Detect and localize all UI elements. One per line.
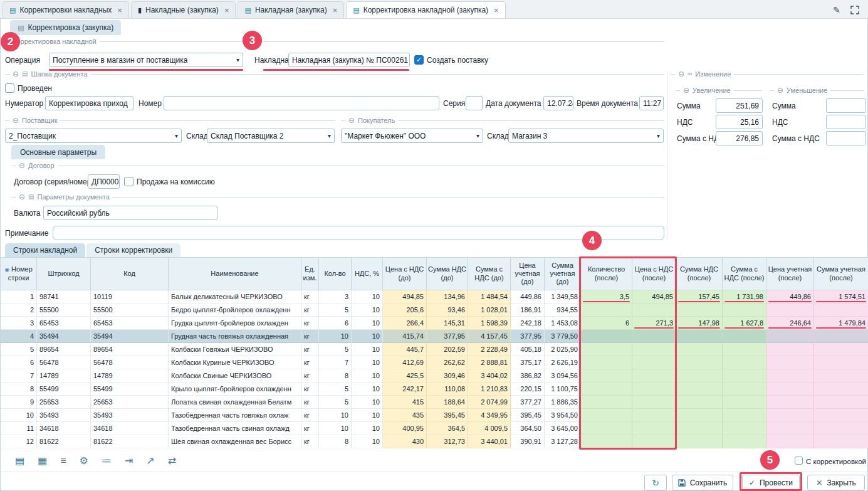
table-cell[interactable]: 400,95 (383, 422, 427, 435)
table-cell[interactable] (814, 409, 868, 422)
table-cell[interactable]: Лопатка свиная охлажденная Белатм (169, 396, 301, 409)
table-cell[interactable] (676, 369, 723, 383)
table-cell[interactable]: 14789 (37, 369, 91, 383)
window-tab[interactable]: ▮Накладные (закупка)× (131, 1, 236, 18)
table-cell[interactable]: 98741 (37, 290, 91, 304)
table-cell[interactable] (814, 369, 868, 383)
table-cell[interactable]: кг (301, 356, 319, 369)
table-cell[interactable] (723, 396, 766, 409)
table-cell[interactable]: Грудная часть говяжья охлажденная (169, 330, 301, 343)
table-row[interactable]: 65647856478Колбаски Куриные ЧЕРКИЗОВОкг7… (1, 356, 868, 369)
table-cell[interactable]: 377,27 (511, 396, 545, 409)
collapse-icon[interactable]: ⊖ (683, 87, 689, 94)
table-cell[interactable]: кг (301, 383, 319, 396)
table-cell[interactable]: Балык деликатесный ЧЕРКИЗОВО (169, 290, 301, 304)
table-cell[interactable]: 415 (383, 396, 427, 409)
table-cell[interactable]: 1 627,8 (723, 317, 766, 330)
column-header[interactable]: Кол-во (319, 258, 352, 290)
table-cell[interactable]: 34618 (91, 422, 169, 435)
window-tab[interactable]: ▤Накладная (закупка)× (238, 1, 344, 18)
table-cell[interactable]: 1 349,58 (545, 290, 581, 304)
table-cell[interactable]: 10 (352, 409, 383, 422)
table-cell[interactable]: 55499 (37, 383, 91, 396)
table-cell[interactable]: 3 (319, 290, 352, 304)
table-cell[interactable]: 1 731,98 (723, 290, 766, 304)
table-cell[interactable]: 377,95 (427, 330, 468, 343)
table-cell[interactable]: 10 (352, 330, 383, 343)
filter-icon[interactable]: ≡ (60, 456, 66, 466)
table-cell[interactable]: 188,64 (427, 396, 468, 409)
table-cell[interactable] (814, 356, 868, 369)
row-view-icon[interactable]: ▤ (15, 456, 24, 466)
table-cell[interactable] (766, 343, 814, 356)
table-cell[interactable]: 65453 (91, 317, 169, 330)
table-cell[interactable]: 3 404,02 (468, 369, 511, 383)
table-cell[interactable]: 395,45 (427, 409, 468, 422)
table-cell[interactable]: 262,62 (427, 356, 468, 369)
column-header[interactable]: Сумма учетная (после) (814, 258, 868, 290)
table-row[interactable]: 128162281622Шея свиная охлажденная вес Б… (1, 435, 868, 448)
table-cell[interactable]: 10 (319, 409, 352, 422)
table-cell[interactable]: 10 (352, 396, 383, 409)
collapse-icon[interactable]: ⊖ (348, 117, 355, 124)
table-cell[interactable]: 2 228,49 (468, 343, 511, 356)
table-cell[interactable] (723, 356, 766, 369)
table-cell[interactable]: Тазобедренная часть свиная охлажд (169, 422, 301, 435)
table-cell[interactable]: Колбаски Куриные ЧЕРКИЗОВО (169, 356, 301, 369)
table-cell[interactable]: 10 (352, 290, 383, 304)
tab-close-icon[interactable]: × (117, 6, 122, 14)
edit-icon[interactable]: ✎ (833, 5, 840, 15)
table-row[interactable]: 36545365453Грудка цыплят-бройлеров охлаж… (1, 317, 868, 330)
table-cell[interactable]: 11 (1, 422, 37, 435)
table-cell[interactable] (766, 396, 814, 409)
table-cell[interactable]: 81622 (37, 435, 91, 448)
table-cell[interactable]: 5 (319, 396, 352, 409)
table-cell[interactable]: 445,7 (383, 343, 427, 356)
table-cell[interactable]: Колбаски Говяжьи ЧЕРКИЗОВО (169, 343, 301, 356)
table-cell[interactable]: 1 453,08 (545, 317, 581, 330)
table-cell[interactable] (676, 435, 723, 448)
collapse-icon[interactable]: ⊖ (13, 70, 19, 78)
table-cell[interactable]: 3 779,50 (545, 330, 581, 343)
table-cell[interactable]: 9 (1, 396, 37, 409)
table-cell[interactable]: 202,59 (427, 343, 468, 356)
column-header[interactable]: Ед. изм. (301, 258, 319, 290)
window-tab[interactable]: ▤Корректировка накладной (закупка)× (346, 1, 505, 18)
table-cell[interactable]: 1 210,83 (468, 383, 511, 396)
collapse-icon[interactable]: ⊖ (19, 193, 25, 201)
table-cell[interactable]: 3 094,56 (545, 369, 581, 383)
table-cell[interactable]: 435 (383, 409, 427, 422)
table-cell[interactable]: 55500 (91, 304, 169, 317)
column-header[interactable]: Сумма НДС (до) (427, 258, 468, 290)
operation-select[interactable]: Поступление в магазин от поставщика ▾ (49, 53, 243, 67)
table-cell[interactable]: 5 (319, 343, 352, 356)
table-cell[interactable]: 89654 (37, 343, 91, 356)
table-cell[interactable] (676, 304, 723, 317)
table-cell[interactable]: кг (301, 330, 319, 343)
table-cell[interactable]: 56478 (37, 356, 91, 369)
table-cell[interactable]: 55499 (91, 383, 169, 396)
table-cell[interactable]: 494,85 (383, 290, 427, 304)
table-cell[interactable]: 1 574,51 (814, 290, 868, 304)
table-cell[interactable] (723, 304, 766, 317)
table-cell[interactable]: 364,5 (427, 422, 468, 435)
table-cell[interactable]: Бедро цыплят-бройлеров охлажденн (169, 304, 301, 317)
table-cell[interactable]: 56478 (91, 356, 169, 369)
table-cell[interactable]: 425,5 (383, 369, 427, 383)
column-header[interactable]: Цена с НДС (до) (383, 258, 427, 290)
table-cell[interactable]: 395,45 (511, 409, 545, 422)
buyer-select[interactable]: "Маркет Фьюжен" ООО ▾ (341, 129, 483, 143)
buyer-warehouse-select[interactable]: Магазин 3 ▾ (508, 129, 664, 143)
table-cell[interactable] (814, 343, 868, 356)
decrease-vat-field[interactable] (826, 115, 866, 129)
table-cell[interactable]: 205,6 (383, 304, 427, 317)
table-cell[interactable] (723, 330, 766, 343)
table-cell[interactable] (676, 383, 723, 396)
table-cell[interactable]: 2 (1, 304, 37, 317)
table-cell[interactable]: 5 (1, 343, 37, 356)
create-delivery-checkbox[interactable]: ✓ (414, 55, 424, 65)
table-cell[interactable]: 4 (1, 330, 37, 343)
table-cell[interactable]: 312,73 (427, 435, 468, 448)
collapse-icon[interactable]: ⊖ (777, 87, 783, 94)
increase-vat-field[interactable]: 25,16 (716, 115, 763, 129)
